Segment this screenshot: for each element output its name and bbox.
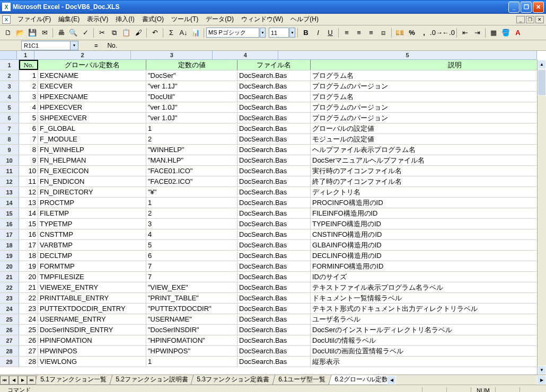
col-header-5[interactable]: 5 bbox=[278, 51, 537, 59]
menu-insert[interactable]: 挿入(I) bbox=[112, 14, 138, 25]
cell-name[interactable]: TMPFILESIZE bbox=[38, 272, 146, 282]
cell-no[interactable]: 2 bbox=[19, 81, 38, 91]
cell-desc[interactable]: プログラムのバージョン bbox=[311, 102, 537, 112]
row-header[interactable]: 24 bbox=[0, 304, 19, 314]
cell-value[interactable]: "PUTTEXTDOCDIR" bbox=[146, 304, 237, 314]
cell-name[interactable]: CNSTTMP bbox=[38, 229, 146, 239]
font-dropdown-icon[interactable]: ▼ bbox=[260, 28, 266, 38]
cell-value[interactable]: "ver 1.1J" bbox=[146, 81, 237, 91]
cell-name[interactable]: HPEXECVER bbox=[38, 102, 146, 112]
cell-name[interactable]: PRINTTABLE_ENTRY bbox=[38, 293, 146, 303]
cell-desc[interactable]: GLBAINFO構造用のID bbox=[311, 240, 537, 250]
cell-name[interactable]: VIEWLONG bbox=[38, 357, 146, 367]
cell-no[interactable]: 21 bbox=[19, 282, 38, 292]
cell-value[interactable]: 2 bbox=[146, 134, 237, 144]
cell-value[interactable]: "ver 1.0J" bbox=[146, 113, 237, 123]
font-size-select[interactable] bbox=[269, 28, 289, 38]
cell-file[interactable]: DocSearch.Bas bbox=[237, 102, 311, 112]
cell-name[interactable]: FN_ENDICON bbox=[38, 176, 146, 186]
cell-name[interactable]: FN_HELPMAN bbox=[38, 155, 146, 165]
row-header[interactable]: 1 bbox=[0, 60, 19, 70]
name-box-dropdown-icon[interactable]: ▼ bbox=[71, 41, 78, 50]
cell-no[interactable]: 18 bbox=[19, 251, 38, 261]
cell-name[interactable]: FN_EXECICON bbox=[38, 166, 146, 176]
copy-icon[interactable]: ⧉ bbox=[108, 27, 120, 39]
cell-file[interactable]: DocSearch.Bas bbox=[237, 261, 311, 271]
cell-no[interactable]: 16 bbox=[19, 229, 38, 239]
cell-desc[interactable]: FILEINFO構造用のID bbox=[311, 208, 537, 218]
row-header[interactable]: 26 bbox=[0, 325, 19, 335]
scroll-up-icon[interactable]: ▲ bbox=[538, 60, 546, 69]
cell-no[interactable]: 27 bbox=[19, 346, 38, 356]
cell-file[interactable]: DocSearch.Bas bbox=[237, 123, 311, 133]
row-header[interactable]: 4 bbox=[0, 92, 19, 102]
cell-name[interactable]: HPWINPOS bbox=[38, 346, 146, 356]
minimize-button[interactable]: _ bbox=[508, 2, 519, 13]
cell-no[interactable]: 4 bbox=[19, 102, 38, 112]
cell-no[interactable]: 12 bbox=[19, 187, 38, 197]
cell-file[interactable]: DocSearch.Bas bbox=[237, 81, 311, 91]
cell-no[interactable]: 23 bbox=[19, 304, 38, 314]
cell-file[interactable]: DocSearch.Bas bbox=[237, 335, 311, 345]
font-size-dropdown-icon[interactable]: ▼ bbox=[289, 28, 295, 38]
cell-name[interactable]: USERNAME_ENTRY bbox=[38, 314, 146, 324]
align-center-icon[interactable]: ≡ bbox=[353, 27, 365, 39]
header-cell-desc[interactable]: 説明 bbox=[311, 60, 537, 70]
paste-icon[interactable]: 📋 bbox=[120, 27, 132, 39]
cell-desc[interactable]: CNSTINFO構造用のID bbox=[311, 229, 537, 239]
chart-icon[interactable]: 📊 bbox=[190, 27, 201, 39]
cell-value[interactable]: 2 bbox=[146, 208, 237, 218]
menu-help[interactable]: ヘルプ(H) bbox=[287, 14, 322, 25]
cell-name[interactable]: DECLTMP bbox=[38, 251, 146, 261]
tab-nav-last-icon[interactable]: ⏭ bbox=[27, 376, 36, 385]
open-icon[interactable]: 📂 bbox=[14, 27, 26, 39]
cell-value[interactable]: "FACE01.ICO" bbox=[146, 166, 237, 176]
cell-name[interactable]: VARBTMP bbox=[38, 240, 146, 250]
cell-value[interactable]: "USERNAME" bbox=[146, 314, 237, 324]
cell-desc[interactable]: DECLINFO構造用のID bbox=[311, 251, 537, 261]
row-header[interactable]: 29 bbox=[0, 357, 19, 367]
cell-file[interactable]: DocSearch.Bas bbox=[237, 134, 311, 144]
cell-desc[interactable]: プログラムのバージョン bbox=[311, 113, 537, 123]
doc-close-button[interactable]: ✕ bbox=[535, 16, 544, 23]
cell-no[interactable]: 7 bbox=[19, 134, 38, 144]
increase-indent-icon[interactable]: ⇥ bbox=[471, 27, 483, 39]
horizontal-scrollbar[interactable]: ◀ ▶ bbox=[387, 376, 546, 385]
cell-file[interactable]: DocSearch.Bas bbox=[237, 282, 311, 292]
cell-no[interactable]: 13 bbox=[19, 198, 38, 208]
cell-file[interactable]: DocSearch.Bas bbox=[237, 219, 311, 229]
cell-file[interactable]: DocSearch.Bas bbox=[237, 304, 311, 314]
close-button[interactable]: ✕ bbox=[533, 2, 544, 13]
cell-desc[interactable]: DocSerのインストールディレクトリ名ラベル bbox=[311, 325, 537, 335]
cell-file[interactable]: DocSearch.Bas bbox=[237, 176, 311, 186]
cell-value[interactable]: "WINHELP" bbox=[146, 145, 237, 155]
row-header[interactable]: 13 bbox=[0, 187, 19, 197]
cell-value[interactable]: 5 bbox=[146, 240, 237, 250]
menu-window[interactable]: ウィンドウ(W) bbox=[237, 14, 287, 25]
tab-nav-prev-icon[interactable]: ◀ bbox=[9, 376, 18, 385]
align-right-icon[interactable]: ≡ bbox=[365, 27, 377, 39]
underline-icon[interactable]: U bbox=[324, 27, 336, 39]
cell-value[interactable]: "VIEW_EXE" bbox=[146, 282, 237, 292]
cell-name[interactable]: DocSerINSDIR_ENTRY bbox=[38, 325, 146, 335]
grid-body[interactable]: 1 No. グローバル定数名 定数の値 ファイル名 説明 21EXECNAME"… bbox=[0, 60, 537, 375]
comma-icon[interactable]: , bbox=[418, 27, 430, 39]
vertical-scrollbar[interactable]: ▲ ▼ bbox=[537, 60, 546, 375]
cell-value[interactable]: "FACE02.ICO" bbox=[146, 176, 237, 186]
row-header[interactable]: 19 bbox=[0, 251, 19, 261]
cell-file[interactable]: DocSearch.Bas bbox=[237, 357, 311, 367]
cell-desc[interactable]: モジュールの設定値 bbox=[311, 134, 537, 144]
cell-file[interactable]: DocSearch.Bas bbox=[237, 314, 311, 324]
row-header[interactable]: 27 bbox=[0, 335, 19, 345]
font-select[interactable] bbox=[206, 28, 259, 38]
row-header[interactable]: 12 bbox=[0, 176, 19, 186]
align-left-icon[interactable]: ≡ bbox=[341, 27, 353, 39]
cell-no[interactable]: 9 bbox=[19, 155, 38, 165]
tab-nav-next-icon[interactable]: ▶ bbox=[18, 376, 27, 385]
cell-value[interactable]: 4 bbox=[146, 229, 237, 239]
cell-name[interactable]: FN_DIRECTORY bbox=[38, 187, 146, 197]
row-header[interactable]: 17 bbox=[0, 229, 19, 239]
cell-value[interactable]: "DocSer" bbox=[146, 70, 237, 81]
row-header[interactable]: 22 bbox=[0, 282, 19, 292]
new-icon[interactable]: 🗋 bbox=[2, 27, 14, 39]
